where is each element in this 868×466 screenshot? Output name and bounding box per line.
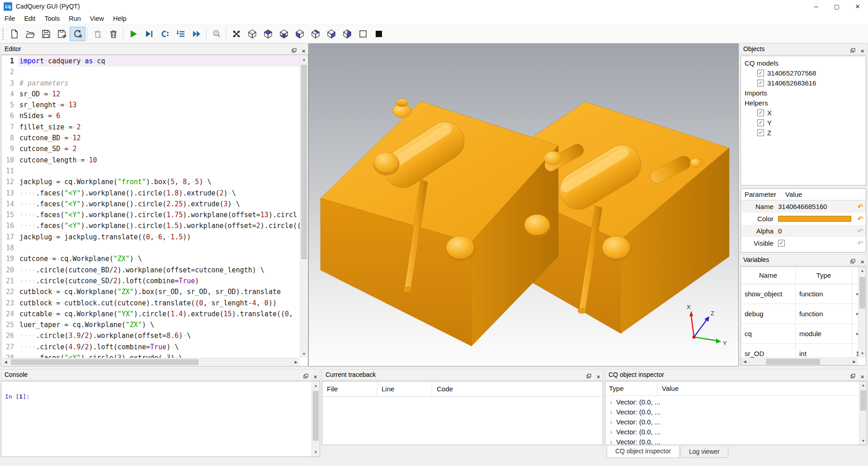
menu-edit[interactable]: Edit: [19, 13, 40, 24]
tree-item[interactable]: ✓Z: [741, 128, 866, 138]
variable-row[interactable]: sr_ODint12: [741, 344, 858, 357]
inspector-vscrollbar[interactable]: ▲ ▼: [859, 381, 867, 445]
close-button[interactable]: ✕: [847, 0, 868, 13]
view-back-button[interactable]: [307, 27, 323, 41]
maximize-button[interactable]: ▢: [826, 0, 847, 13]
view-top-button[interactable]: [260, 27, 276, 41]
inspector-row[interactable]: ›Vector: (0.0, ...: [605, 407, 859, 417]
float-panel-icon[interactable]: [586, 371, 591, 382]
code-line[interactable]: 18: [2, 243, 300, 253]
inspector-row[interactable]: ›Vector: (0.0, ...: [605, 437, 859, 445]
new-file-button[interactable]: [6, 27, 22, 41]
toolbar-drag-handle[interactable]: [2, 28, 5, 40]
code-line[interactable]: 2: [2, 67, 300, 77]
variables-hscrollbar[interactable]: ◀ ▶: [741, 357, 858, 365]
tree-group-label[interactable]: CQ models: [741, 58, 866, 68]
open-file-button[interactable]: [22, 27, 38, 41]
expand-chevron[interactable]: ›: [608, 398, 614, 406]
console-vscrollbar[interactable]: ▲ ▼: [311, 382, 319, 456]
minimize-button[interactable]: ─: [806, 0, 826, 13]
menu-tools[interactable]: Tools: [40, 13, 64, 24]
property-row[interactable]: Alpha0↶: [741, 225, 866, 237]
view-right-button[interactable]: [339, 27, 355, 41]
variable-row[interactable]: show_objectfunction<f: [741, 284, 858, 304]
save-as-button[interactable]: [54, 27, 70, 41]
tree-item[interactable]: ✓Y: [741, 118, 866, 128]
expand-chevron[interactable]: ›: [608, 418, 614, 426]
variables-table[interactable]: Name Type show_objectfunction<fdebugfunc…: [741, 266, 866, 366]
menu-help[interactable]: Help: [108, 13, 131, 24]
run-button[interactable]: [125, 27, 141, 41]
continue-button[interactable]: [189, 27, 204, 41]
close-panel-icon[interactable]: ×: [860, 258, 864, 265]
viewport-canvas[interactable]: X Z Y: [309, 44, 738, 366]
code-line[interactable]: 25luer_taper·=·cq.Workplane("ZX")·\: [2, 319, 300, 330]
menu-run[interactable]: Run: [64, 13, 85, 24]
close-panel-icon[interactable]: ×: [860, 48, 864, 54]
code-line[interactable]: 1import·cadquery·as·cq: [2, 56, 300, 67]
variable-row[interactable]: debugfunction<f: [741, 304, 858, 324]
property-row[interactable]: Visible✓↶: [741, 237, 866, 249]
close-panel-icon[interactable]: ×: [313, 373, 317, 380]
tree-item[interactable]: ✓X: [741, 108, 866, 118]
float-panel-icon[interactable]: [850, 257, 855, 267]
tree-item[interactable]: ✓3140652707568: [741, 68, 866, 78]
view-bottom-button[interactable]: [276, 27, 292, 41]
console-output[interactable]: In [1]: ▲ ▼: [1, 381, 320, 457]
code-line[interactable]: 9cutcone_SD·=·2: [2, 143, 300, 154]
property-row[interactable]: Name3140646685160↶: [741, 200, 866, 213]
checkbox[interactable]: ✓: [757, 109, 764, 116]
3d-viewport[interactable]: X Z Y: [308, 43, 739, 366]
color-swatch[interactable]: [778, 216, 851, 222]
code-line[interactable]: 7fillet_size·=·2: [2, 122, 300, 133]
wireframe-toggle-button[interactable]: [355, 27, 371, 41]
reload-button[interactable]: [70, 27, 85, 41]
editor-content[interactable]: 1import·cadquery·as·cq23# parameters4sr_…: [1, 55, 308, 366]
undo-button[interactable]: ↶: [855, 227, 866, 235]
close-panel-icon[interactable]: ×: [860, 373, 864, 380]
inspector-table[interactable]: Type Value ›Vector: (0.0, ...›Vector: (0…: [605, 381, 867, 445]
menu-view[interactable]: View: [85, 13, 108, 24]
code-line[interactable]: 16····.faces("<Y").workplane().circle(1.…: [2, 220, 300, 231]
expand-chevron[interactable]: ›: [608, 428, 614, 436]
code-line[interactable]: 10cutcone_length·=·10: [2, 155, 300, 166]
code-line[interactable]: 20····.circle(cutcone_BD/2).workplane(of…: [2, 265, 300, 276]
tree-item[interactable]: ✓3140652683616: [741, 78, 866, 88]
breakpoint-button[interactable]: [157, 27, 173, 41]
inspector-row[interactable]: ›Vector: (0.0, ...: [605, 417, 859, 427]
shaded-toggle-button[interactable]: [371, 27, 387, 41]
fit-view-button[interactable]: [228, 27, 244, 41]
close-panel-icon[interactable]: ×: [302, 48, 306, 54]
checkbox[interactable]: ✓: [757, 129, 764, 136]
inspector-row[interactable]: ›Vector: (0.0, ...: [605, 427, 859, 437]
code-line[interactable]: 4sr_OD·=·12: [2, 89, 300, 100]
checkbox[interactable]: ✓: [778, 240, 785, 247]
expand-chevron[interactable]: ›: [608, 408, 614, 416]
inspect-button[interactable]: [208, 27, 224, 41]
code-line[interactable]: 8cutcone_BD·=·12: [2, 133, 300, 143]
code-line[interactable]: 11: [2, 166, 300, 176]
objects-tree[interactable]: CQ models✓3140652707568✓3140652683616Imp…: [741, 56, 866, 185]
code-area[interactable]: 1import·cadquery·as·cq23# parameters4sr_…: [2, 56, 300, 366]
code-line[interactable]: 13····.faces("<Y").workplane().circle(1.…: [2, 188, 300, 199]
code-line[interactable]: 26····.circle(3.9/2).workplane(offset=8.…: [2, 330, 300, 341]
step-button[interactable]: [173, 27, 189, 41]
variable-row[interactable]: cqmodule<r: [741, 324, 858, 344]
code-line[interactable]: 21····.circle(cutcone_SD/2).loft(combine…: [2, 276, 300, 286]
code-line[interactable]: 19cutcone·=·cq.Workplane("ZX")·\: [2, 253, 300, 264]
view-front-button[interactable]: [292, 27, 307, 41]
checkbox[interactable]: ✓: [757, 119, 764, 126]
float-panel-icon[interactable]: [303, 371, 308, 382]
view-iso-button[interactable]: [244, 27, 260, 41]
debug-button[interactable]: [141, 27, 157, 41]
variables-vscrollbar[interactable]: ▲ ▼: [858, 267, 866, 357]
tree-group-label[interactable]: Imports: [741, 88, 866, 98]
tree-group-label[interactable]: Helpers: [741, 98, 866, 108]
code-line[interactable]: 14····.faces("<Y").workplane().circle(2.…: [2, 199, 300, 209]
traceback-table[interactable]: File Line Code: [322, 381, 603, 445]
code-line[interactable]: 27····.circle(4.9/2).loft(combine=True)·…: [2, 342, 300, 352]
tab-cq-object-inspector[interactable]: CQ object inspector: [607, 446, 679, 458]
code-line[interactable]: 17jackplug·=·jackplug.translate((0,·6,·1…: [2, 232, 300, 243]
editor-hscrollbar[interactable]: ◀ ▶: [2, 358, 300, 366]
code-line[interactable]: 15····.faces("<Y").workplane().circle(1.…: [2, 209, 300, 220]
